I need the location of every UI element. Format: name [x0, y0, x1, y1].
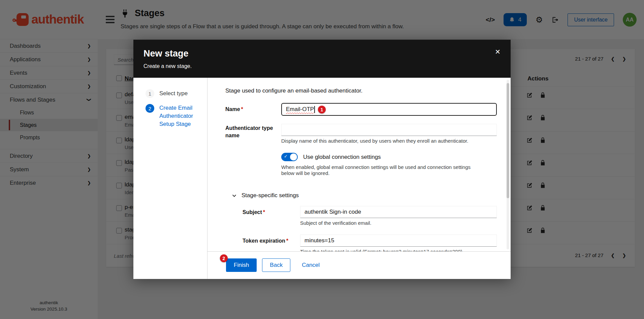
- annotation-badge-2: 2: [220, 254, 228, 262]
- stage-specific-settings-toggle[interactable]: Stage-specific settings: [232, 192, 497, 199]
- stage-form: Stage used to configure an email-based a…: [207, 78, 511, 251]
- form-scrollbar: [507, 80, 509, 249]
- token-expiration-input[interactable]: minutes=15: [300, 235, 497, 247]
- annotation-badge-1: 1: [318, 106, 326, 113]
- global-settings-toggle[interactable]: ✓: [281, 153, 298, 161]
- close-icon[interactable]: ✕: [495, 48, 501, 56]
- authenticator-type-name-row: Authenticator type name Display name of …: [225, 124, 497, 144]
- global-settings-label: Use global connection settings: [303, 154, 381, 161]
- wizard-step-create-email-authenticator[interactable]: 2 Create Email Authenticator Setup Stage: [146, 104, 207, 128]
- back-button[interactable]: Back: [262, 258, 290, 272]
- cancel-button[interactable]: Cancel: [302, 262, 320, 269]
- chevron-down-icon: [232, 193, 236, 198]
- authenticator-type-name-help: Display name of this authenticator, used…: [281, 138, 497, 144]
- name-input[interactable]: Email-OTP: [281, 103, 497, 116]
- modal-title: New stage: [143, 48, 501, 59]
- name-value: Email-OTP: [286, 106, 314, 113]
- global-settings-row: ✓ Use global connection settings: [225, 153, 497, 161]
- step-label: Create Email Authenticator Setup Stage: [159, 104, 207, 128]
- steps-divider: [207, 78, 207, 279]
- modal-footer: Finish Back Cancel: [133, 251, 511, 279]
- step-number: 2: [146, 104, 154, 113]
- scrollbar-thumb[interactable]: [507, 83, 509, 198]
- global-settings-help: When enabled, global email connection se…: [281, 164, 483, 176]
- form-intro: Stage used to configure an email-based a…: [225, 87, 497, 94]
- finish-button[interactable]: Finish: [226, 258, 257, 272]
- new-stage-modal: New stage Create a new stage. ✕ 1 Select…: [133, 40, 511, 279]
- authenticator-type-name-label: Authenticator type name: [225, 124, 281, 144]
- subject-label: Subject*: [243, 206, 300, 226]
- check-icon: ✓: [284, 154, 288, 159]
- step-number: 1: [146, 89, 154, 98]
- required-marker: *: [241, 106, 243, 112]
- modal-header: New stage Create a new stage. ✕: [133, 40, 511, 78]
- required-marker: *: [263, 209, 265, 215]
- modal-body: 1 Select type 2 Create Email Authenticat…: [133, 78, 511, 251]
- token-expiration-label: Token expiration*: [243, 235, 300, 251]
- token-expiration-help: Time the token sent is valid (Format: ho…: [300, 249, 497, 251]
- modal-subtitle: Create a new stage.: [143, 63, 501, 69]
- wizard-step-select-type[interactable]: 1 Select type: [146, 89, 207, 98]
- token-expiration-row: Token expiration* minutes=15 Time the to…: [243, 235, 497, 251]
- text-caret: [314, 106, 315, 113]
- name-label: Name*: [225, 103, 281, 116]
- required-marker: *: [286, 238, 288, 244]
- subject-input[interactable]: authentik Sign-in code: [300, 206, 497, 218]
- app-root: authentik Stages Stages are single steps…: [0, 0, 644, 319]
- wizard-steps: 1 Select type 2 Create Email Authenticat…: [133, 78, 207, 251]
- subject-help: Subject of the verification email.: [300, 220, 497, 226]
- step-label: Select type: [159, 89, 188, 98]
- name-field-row: Name* Email-OTP: [225, 103, 497, 116]
- section-label: Stage-specific settings: [242, 192, 299, 199]
- authenticator-type-name-input[interactable]: [281, 124, 497, 136]
- subject-field-row: Subject* authentik Sign-in code Subject …: [243, 206, 497, 226]
